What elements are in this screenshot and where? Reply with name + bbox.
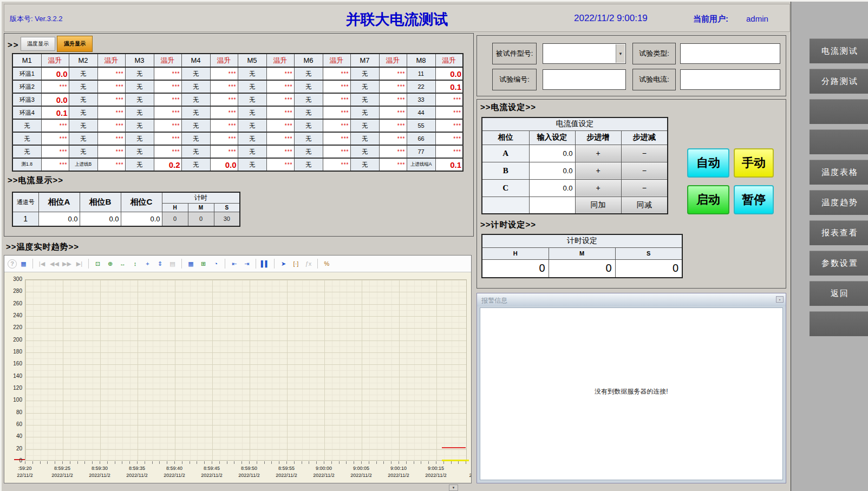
channel-name-cell: 上进线端A (407, 158, 435, 171)
current-input-cell-a[interactable]: 0.0 (529, 145, 575, 162)
start-button[interactable]: 启动 (687, 185, 729, 214)
tick-time: 8:59:30 (81, 465, 119, 472)
add-plot-icon[interactable]: ⊞ (198, 258, 209, 270)
manual-button[interactable]: 手动 (734, 148, 774, 178)
step-decrease-b-button[interactable]: − (621, 162, 668, 179)
phase-c-value-cell: 0.0 (121, 212, 162, 226)
channel-name-cell: 77 (407, 145, 435, 158)
combobox-arrow-icon[interactable]: ▼ (616, 44, 625, 63)
y-axis-label: 60 (4, 421, 22, 427)
channel-name-cell: 无 (181, 106, 210, 119)
sidebar-item-temperature-table[interactable]: 温度表格 (810, 160, 868, 185)
y-axis-label: 240 (4, 312, 22, 318)
rise-column-header: 温升 (97, 54, 125, 67)
device-model-label: 被试件型号: (492, 43, 537, 64)
sidebar-item-temperature-trend[interactable]: 温度趋势 (810, 190, 868, 215)
step-increase-c-button[interactable]: + (575, 179, 621, 197)
tick-time: 8:59:25 (43, 465, 81, 472)
chart-properties-icon[interactable]: ▦ (18, 258, 29, 270)
tab-temperature-rise-display[interactable]: 温升显示 (57, 36, 93, 52)
sidebar-item-current-test[interactable]: 电流测试 (810, 38, 868, 63)
channel-name-cell: 无 (294, 145, 323, 158)
channel-name-cell: 无 (350, 67, 379, 80)
channel-name-cell: 无 (69, 145, 97, 158)
alarm-close-button[interactable]: ▪ (776, 296, 784, 303)
temp-rise-value-cell: *** (41, 158, 69, 171)
test-info-panel: 被试件型号: ▼ 试验类型: 试验编号: 试验电流: (477, 35, 786, 96)
phase-a-value-cell: 0.0 (38, 212, 80, 226)
channel-name-cell: 无 (125, 80, 154, 93)
sidebar-item-report-view[interactable]: 报表查看 (810, 220, 868, 245)
zoom-in-icon[interactable]: ⊕ (105, 258, 116, 270)
channel-name-cell: 44 (407, 106, 435, 119)
sidebar-item-parameter-settings[interactable]: 参数设置 (810, 251, 868, 276)
module-column-header: M6 (294, 54, 323, 67)
step-increase-a-button[interactable]: + (575, 145, 621, 162)
percent-icon[interactable]: % (321, 258, 332, 270)
step-decrease-c-button[interactable]: − (621, 179, 668, 197)
tile-charts-icon[interactable]: ▦ (185, 258, 197, 270)
temp-rise-value-cell: *** (323, 158, 350, 171)
test-type-input[interactable] (680, 43, 780, 64)
timer-set-s-input[interactable]: 0 (615, 259, 682, 278)
axis-scale-icon[interactable]: ⇕ (154, 258, 166, 270)
channel-name-cell: 无 (238, 132, 266, 145)
chart-plot-area[interactable] (25, 279, 467, 461)
temperature-table: M1温升M2温升M3温升M4温升M5温升M6温升M7温升M8温升环温10.0无*… (12, 53, 464, 172)
channel-name-cell: 无 (294, 132, 323, 145)
pan-icon[interactable]: + (142, 258, 153, 270)
cursor-icon[interactable]: ➤ (278, 258, 289, 270)
channel-name-cell: 测1.8 (12, 158, 41, 171)
device-model-combobox[interactable]: ▼ (543, 43, 626, 64)
current-input-cell-blank[interactable] (529, 197, 575, 214)
y-axis-label: 80 (4, 409, 22, 415)
current-input-cell-b[interactable]: 0.0 (529, 162, 575, 179)
temp-rise-value-cell: 0.0 (435, 67, 463, 80)
temp-rise-value-cell: *** (323, 132, 350, 145)
current-input-cell-c[interactable]: 0.0 (529, 179, 575, 197)
y-axis-label: 120 (4, 385, 22, 391)
sidebar-item-blank-1 (810, 99, 868, 124)
zoom-window-icon[interactable]: ⊡ (92, 258, 103, 270)
temp-rise-value-cell: *** (210, 119, 238, 132)
tick-time: 9:00:00 (305, 465, 343, 472)
temp-rise-value-cell: *** (323, 119, 350, 132)
alarm-title: 报警信息 (481, 296, 507, 305)
timer-set-m-input[interactable]: 0 (549, 259, 615, 278)
scroll-chart-left-icon[interactable]: ⇤ (229, 258, 240, 270)
version-value: Ver.3.2.2 (35, 15, 62, 23)
phase-a-col-header: 相位A (38, 192, 80, 212)
marker-icon[interactable]: [·] (290, 258, 302, 270)
trend-chart: ?▦|◀◀◀▶▶▶|⊡⊕↔↕+⇕▤▦⊞◔⇤⇥▌▌➤[·]ƒx% 30028026… (4, 255, 472, 483)
chart-scroll-down-button[interactable]: ▼ (449, 485, 458, 491)
step-decrease-a-button[interactable]: − (621, 145, 668, 162)
tick-time: 9:00:05 (342, 465, 380, 472)
scroll-chart-right-icon[interactable]: ⇥ (241, 258, 252, 270)
test-current-input[interactable] (680, 69, 780, 90)
step-decrease-all-button[interactable]: 同减 (621, 197, 668, 214)
channel-name-cell: 无 (350, 106, 379, 119)
zoom-horizontal-icon[interactable]: ↔ (117, 258, 128, 270)
tick-date: 2022/11/2 (230, 472, 268, 479)
temp-rise-value-cell: *** (97, 67, 125, 80)
temp-rise-value-cell: *** (97, 119, 125, 132)
y-axis-label: 260 (4, 300, 22, 306)
sidebar-item-branch-test[interactable]: 分路测试 (810, 69, 868, 94)
zoom-vertical-icon[interactable]: ↕ (129, 258, 141, 270)
timer-set-m-header: M (549, 247, 615, 259)
tab-temperature-display[interactable]: 温度显示 (21, 37, 55, 51)
time-span-icon[interactable]: ◔ (210, 258, 221, 270)
page-title: 并联大电流测试 (346, 10, 448, 29)
step-increase-b-button[interactable]: + (575, 162, 621, 179)
auto-button[interactable]: 自动 (687, 148, 729, 178)
temp-rise-value-cell: *** (379, 158, 407, 171)
temp-rise-value-cell: *** (210, 106, 238, 119)
pause-button[interactable]: 暂停 (734, 185, 774, 214)
test-number-input[interactable] (543, 69, 626, 90)
step-increase-all-button[interactable]: 同加 (575, 197, 621, 214)
timer-set-h-input[interactable]: 0 (482, 259, 549, 278)
sidebar-item-back[interactable]: 返回 (810, 281, 868, 306)
current-user-label: 当前用户: (693, 14, 728, 24)
first-page-icon: |◀ (36, 258, 48, 270)
pause-icon[interactable]: ▌▌ (259, 258, 271, 270)
